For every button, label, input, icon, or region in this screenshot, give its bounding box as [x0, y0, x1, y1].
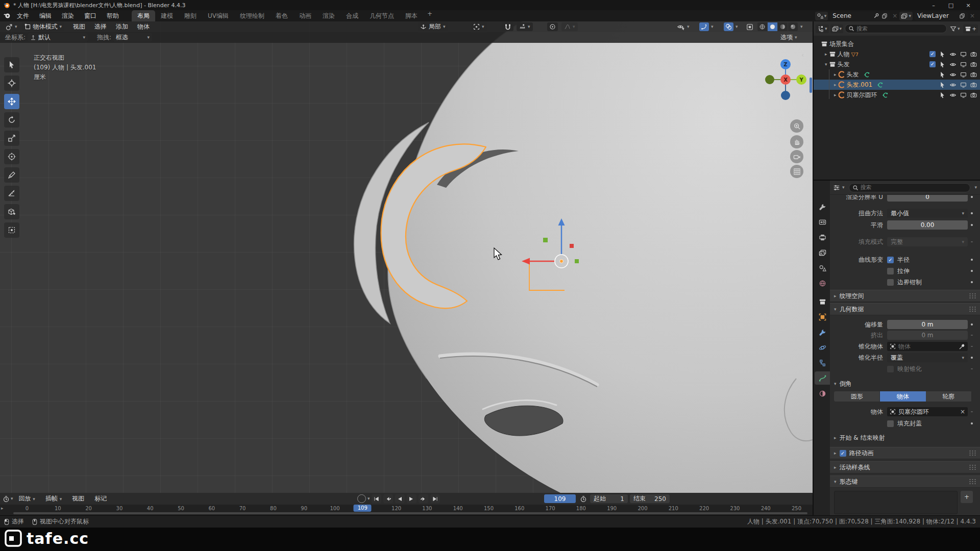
shading-material-button[interactable] [778, 22, 788, 31]
menu-keying[interactable]: 插帧 ▾ [41, 494, 66, 503]
gizmo-toggle[interactable] [699, 22, 709, 31]
animate-dot-icon[interactable] [968, 212, 976, 214]
clear-icon[interactable]: × [960, 408, 965, 415]
eye-icon[interactable] [949, 82, 957, 88]
overlays-toggle[interactable] [724, 22, 733, 31]
animate-dot-icon[interactable] [968, 281, 976, 283]
menu-select[interactable]: 选择 [90, 22, 111, 31]
outliner-row-character-collection[interactable]: ▸ 人物 ▽7 ✓ [814, 49, 980, 59]
tool-scale[interactable] [4, 131, 19, 146]
outliner-search-input[interactable] [856, 26, 943, 32]
chevron-down-icon[interactable]: ▾ [11, 496, 13, 501]
viewport-scroll-indicator[interactable] [810, 78, 812, 93]
animate-dot-icon[interactable] [968, 259, 976, 261]
checkbox-disabled-icon[interactable] [887, 366, 894, 372]
animate-dot-icon[interactable] [968, 196, 976, 198]
minimize-button[interactable]: – [925, 0, 942, 10]
outliner-filter-dropdown[interactable]: ▾ [948, 24, 962, 33]
shading-solid-button[interactable] [768, 22, 777, 31]
panel-geometry[interactable]: ▾ 几何数据 [830, 303, 980, 315]
tool-measure[interactable] [4, 186, 19, 201]
tab-material[interactable] [815, 387, 830, 400]
scene-type-dropdown[interactable]: ▾ [815, 12, 828, 20]
tab-world[interactable] [815, 277, 830, 290]
jump-to-start-button[interactable] [372, 494, 381, 503]
snap-toggle[interactable] [502, 22, 513, 31]
checkbox-icon[interactable]: ✓ [929, 61, 936, 67]
smooth-field[interactable]: 0.00 [887, 220, 968, 230]
tab-render[interactable] [815, 215, 830, 229]
outliner-search[interactable] [845, 24, 947, 33]
3d-viewport[interactable]: ▾ 物体模式 ▾ 视图 选择 添加 物体 局部 ▾ ▾ [0, 21, 813, 493]
copy-scene-icon[interactable] [881, 13, 888, 19]
tool-mesh-extra[interactable] [4, 222, 19, 238]
proportional-editing-toggle[interactable] [547, 22, 558, 31]
blender-menu-icon[interactable] [3, 12, 11, 19]
tab-view-layer[interactable] [815, 246, 830, 259]
bevel-profile-button[interactable]: 轮廓 [926, 391, 972, 402]
tool-select-box[interactable] [4, 57, 19, 72]
checkbox-checked-icon[interactable]: ✓ [887, 257, 894, 263]
tab-texture-paint[interactable]: 纹理绘制 [234, 10, 270, 21]
panel-grip-icon[interactable] [969, 464, 976, 470]
tab-constraints[interactable] [815, 356, 830, 369]
eye-icon[interactable] [949, 51, 957, 58]
selectable-icon[interactable] [939, 92, 946, 98]
chevron-right-icon[interactable]: ▸ [1, 506, 4, 511]
panel-texture-space[interactable]: ▸ 纹理空间 [830, 290, 980, 302]
shading-wireframe-button[interactable] [757, 22, 767, 31]
timeline-scrollbar[interactable] [13, 512, 807, 514]
animate-dot-icon[interactable] [968, 422, 976, 424]
tab-modifiers[interactable] [815, 325, 830, 339]
offset-field[interactable]: 0 m [887, 320, 968, 329]
selectable-icon[interactable] [939, 82, 946, 88]
monitor-icon[interactable] [960, 51, 967, 58]
eyedropper-icon[interactable] [959, 343, 965, 350]
jump-to-end-button[interactable] [430, 494, 440, 503]
tab-rendering[interactable]: 渲染 [317, 10, 340, 21]
outliner-display-dropdown[interactable]: ▾ [816, 24, 829, 33]
mode-dropdown[interactable]: 物体模式 ▾ [22, 22, 65, 31]
play-button[interactable] [407, 494, 416, 503]
chevron-right-icon[interactable]: ▸ [834, 72, 837, 77]
scene-name-field[interactable]: Scene [830, 12, 890, 20]
drag-mode-dropdown[interactable]: 框选 ▾ [113, 33, 152, 42]
bevel-object-field[interactable]: 贝塞尔圆环 × [887, 407, 968, 416]
menu-file[interactable]: 文件 [12, 10, 34, 21]
checkbox-icon[interactable] [887, 268, 894, 274]
tab-compositing[interactable]: 合成 [340, 10, 364, 21]
auto-key-record-icon[interactable] [357, 494, 366, 503]
panel-grip-icon[interactable] [969, 450, 976, 456]
menu-window[interactable]: 窗口 [80, 10, 101, 21]
outliner-row-hair-collection[interactable]: ▾ 头发 ✓ [814, 59, 980, 69]
menu-marker[interactable]: 标记 [90, 494, 111, 503]
selectable-icon[interactable] [939, 61, 946, 68]
tool-transform[interactable] [4, 149, 19, 164]
close-button[interactable]: × [960, 0, 977, 10]
camera-icon[interactable] [970, 71, 977, 78]
timeline-ruler[interactable]: 109 ▸ 0102030405060708090100110120130140… [0, 505, 813, 515]
properties-search-input[interactable] [861, 184, 967, 191]
panel-active-spline[interactable]: ▸ 活动样条线 [830, 461, 980, 473]
tab-shading[interactable]: 着色 [270, 10, 293, 21]
monitor-icon[interactable] [960, 71, 967, 78]
tab-scene[interactable] [815, 261, 830, 274]
add-shape-key-button[interactable]: + [961, 491, 973, 503]
tool-rotate[interactable] [4, 112, 19, 128]
checkbox-checked-icon[interactable]: ✓ [840, 450, 846, 457]
outliner-row-scene-collection[interactable]: 场景集合 [814, 39, 980, 49]
subpanel-bevel[interactable]: ▾ 倒角 [834, 380, 852, 388]
viewlayer-type-dropdown[interactable]: ▾ [899, 12, 913, 20]
twist-method-dropdown[interactable]: 最小值 ▾ [887, 209, 968, 218]
tab-output[interactable] [815, 231, 830, 244]
menu-view[interactable]: 视图 [68, 22, 90, 31]
outliner-row-bezier-circle[interactable]: ▸ 贝塞尔圆环 [814, 90, 980, 100]
tab-tool[interactable] [815, 200, 830, 213]
chevron-right-icon[interactable]: ▸ [825, 52, 827, 57]
extrude-field[interactable]: 0 m [887, 331, 968, 340]
outliner-filter-mode-dropdown[interactable]: ▾ [830, 24, 844, 33]
eye-icon[interactable] [949, 61, 957, 68]
nav-axis-y-neg[interactable] [765, 75, 774, 84]
panel-shape-keys[interactable]: ▾ 形态键 [830, 475, 980, 488]
tab-sculpting[interactable]: 雕刻 [179, 10, 202, 21]
